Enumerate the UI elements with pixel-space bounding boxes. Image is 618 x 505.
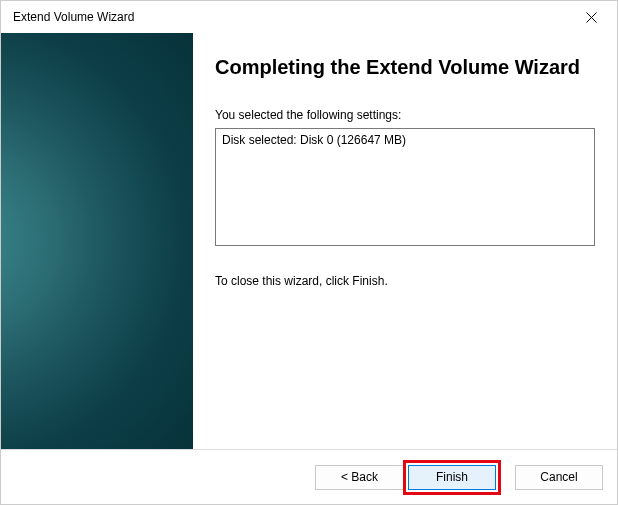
titlebar: Extend Volume Wizard [1, 1, 617, 33]
button-row: < Back Finish Cancel [1, 449, 617, 504]
settings-summary-box: Disk selected: Disk 0 (126647 MB) [215, 128, 595, 246]
instruction-text: To close this wizard, click Finish. [215, 274, 595, 288]
finish-highlight-box: Finish [403, 460, 501, 495]
back-button[interactable]: < Back [315, 465, 403, 490]
wizard-sidebar-graphic [1, 33, 193, 449]
window-title: Extend Volume Wizard [13, 10, 134, 24]
finish-button[interactable]: Finish [408, 465, 496, 490]
close-button[interactable] [569, 3, 613, 31]
page-heading: Completing the Extend Volume Wizard [215, 55, 595, 80]
close-icon [586, 12, 597, 23]
cancel-button[interactable]: Cancel [515, 465, 603, 490]
content-area: Completing the Extend Volume Wizard You … [1, 33, 617, 449]
main-panel: Completing the Extend Volume Wizard You … [193, 33, 617, 449]
intro-text: You selected the following settings: [215, 108, 595, 122]
settings-summary-line: Disk selected: Disk 0 (126647 MB) [222, 133, 588, 147]
